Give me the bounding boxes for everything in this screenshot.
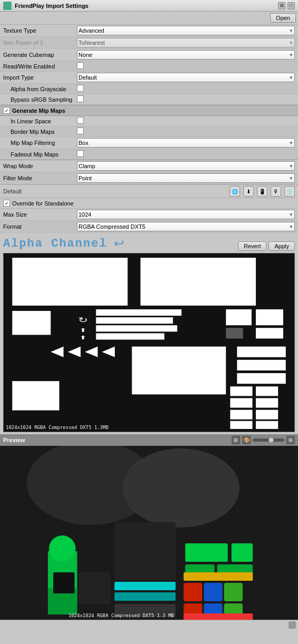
max-size-dropdown[interactable]: 1024 ▼: [77, 210, 295, 219]
alpha-grayscale-row: Alpha from Grayscale: [0, 84, 298, 94]
mobile-icon[interactable]: 📱: [257, 186, 267, 197]
open-button[interactable]: Open: [270, 13, 296, 23]
wrap-mode-control: Clamp ▼: [77, 161, 295, 171]
svg-rect-19: [132, 347, 226, 395]
border-mip-control: [77, 128, 295, 135]
generate-cubemap-dropdown[interactable]: None ▼: [77, 50, 295, 60]
svg-rect-3: [12, 311, 51, 335]
linear-space-row: In Linear Space: [0, 116, 298, 126]
read-write-checkbox[interactable]: [77, 62, 84, 69]
svg-rect-57: [79, 572, 111, 604]
fadeout-mip-control: [77, 150, 295, 158]
mip-maps-label: Generate Mip Maps: [12, 108, 65, 114]
texture-type-dropdown[interactable]: Advanced ▼: [77, 26, 295, 35]
svg-rect-29: [256, 410, 278, 419]
alpha-grayscale-checkbox[interactable]: [77, 85, 84, 92]
settings-panel: Texture Type Advanced ▼ Non Power of 2 T…: [0, 25, 298, 184]
svg-rect-23: [12, 381, 59, 410]
revert-button[interactable]: Revert: [238, 241, 266, 251]
svg-rect-13: [256, 309, 283, 325]
format-label: Format: [3, 223, 77, 230]
apply-button[interactable]: Apply: [269, 241, 295, 251]
svg-rect-22: [237, 373, 286, 384]
format-dropdown[interactable]: RGBA Compressed DXT5 ▼: [77, 222, 295, 231]
border-mip-checkbox[interactable]: [77, 128, 84, 134]
alpha-arrow-icon: ↩: [114, 236, 124, 251]
linear-space-control: [77, 117, 295, 125]
filter-mode-dropdown[interactable]: Point ▼: [77, 173, 295, 183]
svg-rect-40: [185, 543, 228, 562]
format-value: RGBA Compressed DXT5: [78, 223, 145, 230]
svg-rect-41: [232, 543, 253, 562]
svg-rect-21: [237, 360, 286, 370]
disc-icon[interactable]: 💿: [284, 186, 295, 197]
texture-type-label: Texture Type: [3, 27, 77, 34]
svg-rect-53: [184, 572, 253, 581]
alpha-grayscale-label: Alpha from Grayscale: [3, 86, 77, 92]
format-row: Format RGBA Compressed DXT5 ▼: [0, 221, 298, 233]
generate-cubemap-row: Generate Cubemap None ▼: [0, 49, 298, 61]
fadeout-mip-row: Fadeout Mip Maps: [0, 149, 298, 160]
preview-slider[interactable]: [253, 438, 284, 442]
non-power-row: Non Power of 2 ToNearest ▼: [0, 37, 298, 49]
chevron-down-icon: ▼: [289, 164, 293, 169]
svg-rect-49: [224, 583, 243, 601]
texture-type-control: Advanced ▼: [77, 26, 295, 35]
import-type-dropdown[interactable]: Default ▼: [77, 73, 295, 82]
chevron-down-icon: ▼: [289, 225, 293, 229]
mip-filter-value: Box: [78, 140, 88, 146]
preview-header: Preview ⊞ 🎨 ⊞: [0, 434, 298, 446]
chevron-down-icon: ▼: [289, 176, 293, 181]
svg-rect-44: [114, 582, 175, 590]
maximize-button[interactable]: □: [287, 2, 295, 9]
svg-rect-28: [230, 410, 252, 419]
mip-filter-label: Mip Map Filtering: [3, 140, 77, 146]
svg-rect-14: [256, 328, 283, 338]
override-checkbox[interactable]: [3, 200, 10, 207]
svg-rect-12: [226, 328, 243, 338]
filter-mode-label: Filter Mode: [3, 175, 77, 181]
mip-filter-dropdown[interactable]: Box ▼: [77, 138, 295, 148]
bypass-srgb-checkbox[interactable]: [77, 95, 84, 102]
grid-icon[interactable]: ⊞: [232, 436, 240, 444]
wrap-mode-row: Wrap Mode Clamp ▼: [0, 160, 298, 172]
download-icon[interactable]: ⬇: [243, 186, 254, 197]
web-icon[interactable]: 🌐: [230, 186, 240, 197]
linear-space-checkbox[interactable]: [77, 117, 84, 124]
filter-mode-row: Filter Mode Point ▼: [0, 172, 298, 184]
svg-rect-25: [256, 386, 278, 396]
fadeout-mip-checkbox[interactable]: [77, 150, 84, 157]
resize-icon: [289, 621, 296, 629]
preview-texture-info: 1024x1024 RGBA Compressed DXT5 1.3 MB: [68, 613, 174, 618]
svg-rect-31: [256, 421, 278, 429]
mip-maps-checkbox[interactable]: [3, 107, 10, 114]
texture-type-row: Texture Type Advanced ▼: [0, 25, 298, 37]
svg-rect-1: [12, 258, 127, 306]
minimize-button[interactable]: ⊟: [278, 2, 285, 9]
import-type-control: Default ▼: [77, 73, 295, 82]
bypass-srgb-control: [77, 95, 295, 103]
chevron-down-icon: ▼: [289, 212, 293, 217]
mip-filter-row: Mip Map Filtering Box ▼: [0, 137, 298, 149]
import-type-row: Import Type Default ▼: [0, 72, 298, 84]
alpha-channel-header: Alpha Channel ↩ Revert Apply: [0, 233, 298, 253]
title-bar: FriendPlay Import Settings ⊟ □: [0, 0, 298, 12]
fadeout-mip-label: Fadeout Mip Maps: [3, 151, 77, 158]
read-write-label: Read/Write Enabled: [3, 63, 77, 70]
non-power-dropdown[interactable]: ToNearest ▼: [77, 38, 295, 47]
alpha-channel-title: Alpha Channel: [3, 237, 107, 250]
wrap-mode-dropdown[interactable]: Clamp ▼: [77, 161, 295, 171]
maximize-preview-icon[interactable]: ⊞: [286, 436, 295, 444]
generate-cubemap-control: None ▼: [77, 50, 295, 60]
default-bar: Default 🌐 ⬇ 📱 🎙 💿: [0, 184, 298, 198]
linear-space-label: In Linear Space: [3, 118, 77, 124]
color-icon[interactable]: 🎨: [242, 436, 251, 444]
slider-thumb: [269, 437, 274, 443]
max-size-row: Max Size 1024 ▼: [0, 209, 298, 221]
svg-rect-8: [96, 317, 173, 324]
bypass-srgb-label: Bypass sRGB Sampling: [3, 96, 77, 103]
preview-title: Preview: [3, 437, 25, 443]
mic-icon[interactable]: 🎙: [271, 186, 281, 197]
svg-rect-45: [114, 592, 175, 601]
texture-info-label: 1024x1024 RGBA Compressed DXT5 1.3MB: [6, 425, 108, 430]
